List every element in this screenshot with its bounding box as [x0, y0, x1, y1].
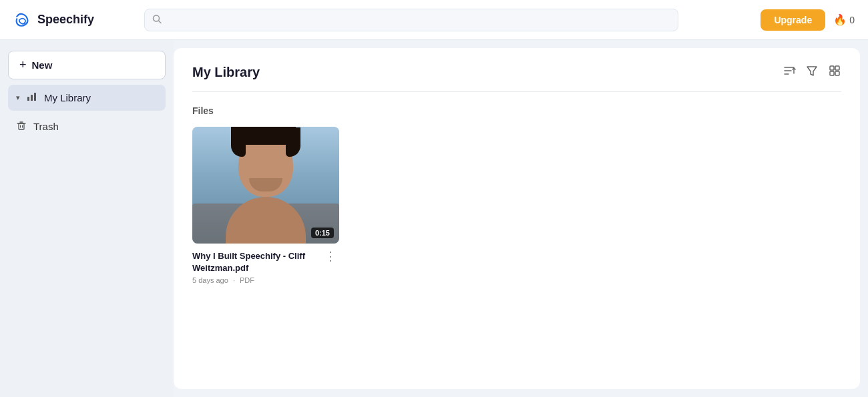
header-actions	[783, 64, 841, 81]
new-button-label: New	[32, 59, 53, 71]
svg-rect-15	[830, 66, 834, 70]
content-header: My Library	[192, 64, 841, 81]
top-navigation: Speechify Upgrade 🔥 0	[0, 0, 868, 40]
file-meta: 5 days ago · PDF	[192, 276, 322, 284]
logo-area: Speechify	[13, 11, 134, 29]
file-name: Why I Built Speechify - Cliff Weitzman.p…	[192, 250, 322, 274]
sidebar-item-trash[interactable]: Trash	[8, 113, 166, 139]
grid-view-icon[interactable]	[828, 64, 841, 81]
files-grid: 0:15 Why I Built Speechify - Cliff Weitz…	[192, 127, 841, 284]
sidebar: + New ▾ My Library Trash	[0, 40, 174, 397]
sidebar-item-label-trash: Trash	[33, 121, 59, 132]
file-thumbnail: 0:15	[192, 127, 339, 244]
page-title: My Library	[192, 65, 260, 80]
svg-rect-16	[835, 66, 839, 70]
my-library-icon	[27, 91, 37, 104]
svg-rect-3	[31, 95, 33, 101]
files-section-label: Files	[192, 105, 841, 116]
app-name: Speechify	[37, 13, 94, 27]
search-bar[interactable]	[144, 9, 678, 31]
svg-line-1	[159, 21, 162, 23]
svg-marker-14	[807, 67, 817, 75]
search-input[interactable]	[144, 9, 678, 31]
sidebar-item-label-my-library: My Library	[44, 92, 91, 103]
section-divider	[192, 91, 841, 92]
main-layout: + New ▾ My Library Trash My Library	[0, 40, 868, 397]
meta-dot: ·	[233, 276, 235, 284]
speechify-logo-icon	[13, 11, 32, 29]
trash-icon	[16, 120, 27, 133]
svg-rect-2	[27, 97, 29, 101]
file-info: Why I Built Speechify - Cliff Weitzman.p…	[192, 250, 339, 284]
svg-rect-5	[19, 123, 24, 129]
svg-rect-17	[830, 71, 834, 75]
sidebar-item-my-library[interactable]: ▾ My Library	[8, 85, 166, 111]
topnav-right: Upgrade 🔥 0	[761, 9, 855, 31]
new-button[interactable]: + New	[8, 51, 166, 79]
flame-count-value: 0	[849, 15, 855, 25]
file-age: 5 days ago	[192, 276, 228, 284]
svg-rect-4	[34, 93, 36, 101]
search-icon	[152, 14, 162, 25]
filter-icon[interactable]	[805, 64, 819, 81]
file-type: PDF	[240, 276, 254, 284]
chevron-down-icon: ▾	[16, 93, 20, 102]
sort-icon[interactable]	[783, 64, 796, 81]
file-menu-button[interactable]: ⋮	[322, 250, 339, 262]
file-details: Why I Built Speechify - Cliff Weitzman.p…	[192, 250, 322, 284]
duration-badge: 0:15	[311, 228, 334, 238]
plus-icon: +	[19, 58, 27, 72]
svg-rect-18	[835, 71, 839, 75]
content-area: My Library Files	[174, 48, 860, 389]
flame-icon: 🔥	[833, 13, 847, 26]
flame-count-area: 🔥 0	[833, 13, 855, 26]
file-card[interactable]: 0:15 Why I Built Speechify - Cliff Weitz…	[192, 127, 339, 284]
upgrade-button[interactable]: Upgrade	[761, 9, 825, 31]
